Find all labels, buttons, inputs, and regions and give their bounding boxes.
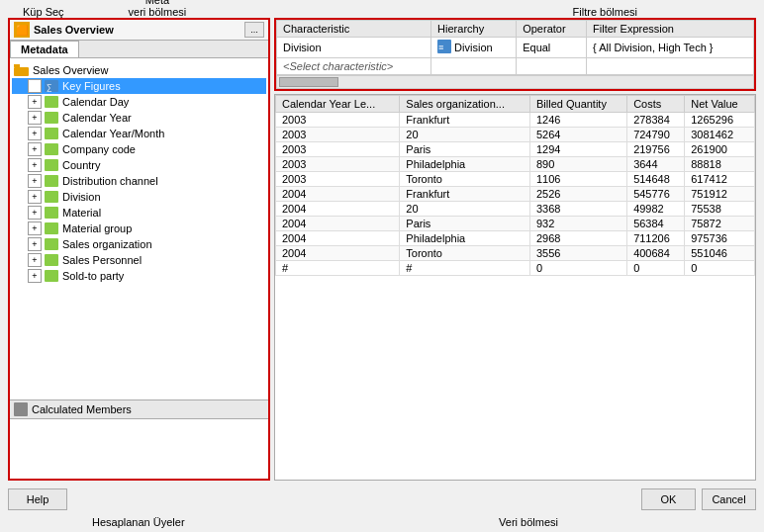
- tree-item-sold-to-party[interactable]: + Sold-to party: [12, 268, 266, 284]
- table-cell: 3644: [627, 157, 685, 172]
- expand-icon[interactable]: +: [28, 174, 42, 188]
- table-row: 2004Toronto3556400684551046: [276, 246, 755, 261]
- filter-col-characteristic: Characteristic: [277, 21, 431, 38]
- table-cell: 2003: [276, 113, 400, 128]
- table-row: 2003Paris1294219756261900: [276, 142, 755, 157]
- expand-icon[interactable]: +: [28, 142, 42, 156]
- tab-metadata[interactable]: Metadata: [10, 41, 79, 57]
- filter-col-expression: Filter Expression: [587, 21, 754, 38]
- filter-scrollbar[interactable]: [276, 75, 754, 89]
- data-section: Calendar Year Le... Sales organization..…: [274, 94, 756, 481]
- cube-select-button[interactable]: ...: [244, 22, 264, 38]
- table-cell: 5264: [530, 128, 627, 142]
- tree-item-material-group[interactable]: + Material group: [12, 221, 266, 236]
- svg-rect-14: [45, 254, 58, 266]
- table-cell: 932: [530, 217, 627, 231]
- table-cell: 75538: [685, 202, 755, 217]
- table-row: 2004Frankfurt2526545776751912: [276, 187, 755, 202]
- table-row: 20032052647247903081462: [276, 128, 755, 142]
- table-cell: 75872: [685, 217, 755, 231]
- dim-icon: [44, 95, 59, 109]
- svg-rect-10: [45, 191, 58, 203]
- left-panel: 🟧 Sales Overview ... Metadata Sales Over…: [8, 18, 270, 481]
- tree-label: Division: [62, 191, 101, 203]
- expand-icon[interactable]: +: [28, 237, 42, 251]
- table-cell: 0: [685, 261, 755, 276]
- dim-icon: [44, 142, 59, 156]
- help-button[interactable]: Help: [8, 488, 67, 510]
- svg-rect-16: [14, 402, 28, 416]
- select-char-text[interactable]: <Select characteristic>: [283, 60, 393, 72]
- svg-rect-1: [14, 64, 20, 67]
- table-cell: Philadelphia: [400, 157, 530, 172]
- tree-item-company-code[interactable]: + Company code: [12, 141, 266, 157]
- table-row: 2003Philadelphia890364488818: [276, 157, 755, 172]
- tree-item-sales-overview[interactable]: Sales Overview: [12, 62, 266, 78]
- expand-icon[interactable]: +: [28, 111, 42, 125]
- expand-icon[interactable]: +: [28, 127, 42, 140]
- tree-label: Company code: [62, 143, 136, 155]
- tree-item-calendar-day[interactable]: + Calendar Day: [12, 94, 266, 110]
- expand-icon[interactable]: +: [28, 190, 42, 204]
- cube-selector: 🟧 Sales Overview ...: [10, 20, 268, 41]
- table-cell: 890: [530, 157, 627, 172]
- cancel-button[interactable]: Cancel: [702, 488, 756, 510]
- expand-icon[interactable]: +: [28, 158, 42, 172]
- table-cell: Frankfurt: [400, 187, 530, 202]
- table-cell: 724790: [627, 128, 685, 142]
- tree-item-key-figures[interactable]: + ∑ Key Figures: [12, 78, 266, 94]
- tree-item-distribution-channel[interactable]: + Distribution channel: [12, 173, 266, 189]
- data-col-2: Billed Quantity: [530, 96, 627, 113]
- table-cell: 514648: [627, 172, 685, 187]
- tree-item-country[interactable]: + Country: [12, 157, 266, 173]
- right-panel: Characteristic Hierarchy Operator Filter…: [274, 18, 756, 481]
- table-cell: 219756: [627, 142, 685, 157]
- table-cell: 1294: [530, 142, 627, 157]
- table-row: 2003Frankfurt12462783841265296: [276, 113, 755, 128]
- tabs-row: Metadata: [10, 41, 268, 58]
- table-cell: 3081462: [685, 128, 755, 142]
- calc-members-body: [10, 419, 268, 479]
- expand-icon[interactable]: +: [28, 206, 42, 220]
- expand-icon[interactable]: +: [28, 269, 42, 283]
- table-row: 2004Philadelphia2968711206975736: [276, 231, 755, 246]
- calc-members-header: Calculated Members: [10, 400, 268, 419]
- table-cell: 975736: [685, 231, 755, 246]
- filter-row-2: <Select characteristic>: [277, 58, 754, 75]
- expand-icon[interactable]: +: [28, 222, 42, 235]
- tree-item-material[interactable]: + Material: [12, 205, 266, 221]
- filter-cell-hier-1: ≡ Division: [431, 38, 517, 58]
- expand-icon[interactable]: +: [28, 95, 42, 109]
- dim-icon: [44, 190, 59, 204]
- cube-icon: 🟧: [14, 22, 30, 38]
- kup-sec-label: Küp Seç: [23, 6, 64, 18]
- table-cell: 2003: [276, 142, 400, 157]
- table-cell: 20: [400, 128, 530, 142]
- filter-cell-expr-1: { All Division, High Tech }: [587, 38, 754, 58]
- tree-label: Sales Personnel: [62, 254, 142, 266]
- filter-cell-hier-2: [431, 58, 517, 75]
- tree-item-division[interactable]: + Division: [12, 189, 266, 205]
- tree-item-sales-org[interactable]: + Sales organization: [12, 236, 266, 252]
- table-cell: #: [400, 261, 530, 276]
- data-col-3: Costs: [627, 96, 685, 113]
- table-cell: 2003: [276, 172, 400, 187]
- table-row: 2003Toronto1106514648617412: [276, 172, 755, 187]
- dim-icon: [44, 206, 59, 220]
- scrollbar-thumb[interactable]: [279, 77, 338, 87]
- calc-members-label: Calculated Members: [32, 403, 132, 415]
- tree-label: Material: [62, 207, 101, 219]
- data-col-1: Sales organization...: [400, 96, 530, 113]
- expand-icon[interactable]: +: [28, 253, 42, 267]
- tree-item-sales-personnel[interactable]: + Sales Personnel: [12, 252, 266, 268]
- filter-hier-text: Division: [454, 42, 493, 53]
- tree-label: Distribution channel: [62, 175, 158, 187]
- tree-label: Key Figures: [62, 80, 121, 92]
- expand-icon-kf[interactable]: +: [28, 79, 42, 93]
- ok-button[interactable]: OK: [641, 488, 696, 510]
- tree-item-calendar-year[interactable]: + Calendar Year: [12, 110, 266, 126]
- tree-item-calendar-year-month[interactable]: + Calendar Year/Month: [12, 126, 266, 141]
- table-cell: 2004: [276, 202, 400, 217]
- data-table: Calendar Year Le... Sales organization..…: [275, 95, 755, 276]
- table-cell: 0: [530, 261, 627, 276]
